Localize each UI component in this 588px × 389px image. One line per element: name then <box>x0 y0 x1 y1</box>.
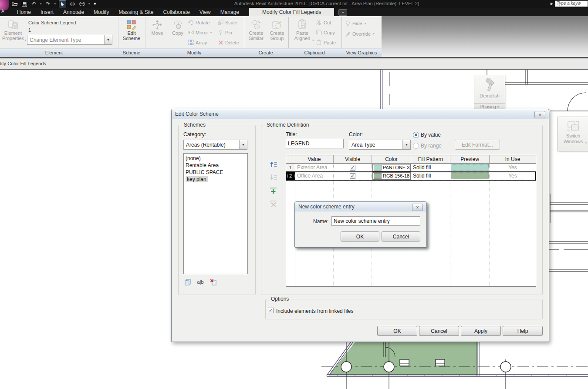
row-number[interactable]: 1 <box>286 164 295 172</box>
color-button[interactable]: PANTONE 3 <box>372 164 411 171</box>
tab-modify-color-fill-legends[interactable]: Modify Color Fill Legends <box>249 8 334 16</box>
modal-close-icon[interactable]: ✕ <box>412 204 423 211</box>
add-value-icon[interactable] <box>270 187 277 194</box>
modal-cancel-button[interactable]: Cancel <box>382 231 420 241</box>
dialog-title-bar[interactable]: Edit Color Scheme <box>172 109 549 119</box>
rotate-button[interactable]: Rotate <box>188 20 210 25</box>
paste-button[interactable]: Paste <box>316 40 336 45</box>
table-row-selected[interactable]: 2 Office Area ✓ RGB 156-185 Solid fill Y… <box>286 172 536 180</box>
3d-view-icon[interactable] <box>79 1 85 7</box>
paste-aligned-dropdown-icon[interactable]: ▾ <box>312 39 314 42</box>
change-element-type-combobox[interactable]: Change Element Type ▼ <box>27 35 112 45</box>
app-badge: A <box>1 9 4 13</box>
scale-button[interactable]: Scale <box>218 20 237 25</box>
switch-windows-button[interactable]: Switch Windows <box>558 133 588 144</box>
copy-to-clipboard-button[interactable]: Copy <box>316 30 335 35</box>
edit-scheme-button[interactable]: Edit Scheme <box>120 18 143 41</box>
tab-collaborate[interactable]: Collaborate <box>158 8 194 16</box>
scale-icon <box>218 20 223 25</box>
rename-scheme-icon[interactable]: a|b <box>196 278 204 285</box>
dialog-close-icon[interactable]: ✕ <box>534 111 545 118</box>
combo-arrow-icon: ▼ <box>104 35 112 44</box>
scheme-listbox[interactable]: (none) Rentable Area PUBLIC SPACE key pl… <box>183 153 248 274</box>
undo-dropdown-icon[interactable]: ▾ <box>40 2 42 6</box>
by-range-radio[interactable] <box>413 143 419 149</box>
tab-annotate[interactable]: Annotate <box>58 8 89 16</box>
demolish-button[interactable]: Demolish <box>480 93 500 99</box>
delete-scheme-icon[interactable] <box>210 278 217 285</box>
value-cell[interactable]: Exterior Area <box>295 164 327 171</box>
move-button[interactable]: Move <box>148 18 167 36</box>
area-plan <box>321 339 588 389</box>
edit-format-button[interactable]: Edit Format... <box>455 140 500 150</box>
mirror-icon <box>188 30 194 35</box>
tab-modify[interactable]: Modify <box>89 8 114 16</box>
grid-bubble <box>341 362 351 372</box>
value-cell[interactable]: Office Area <box>295 173 323 179</box>
element-properties-dropdown-icon[interactable]: ▾ <box>25 39 27 42</box>
array-button[interactable]: Array <box>188 40 207 45</box>
hide-dropdown-icon: ▾ <box>365 22 366 25</box>
title-input[interactable] <box>286 139 344 148</box>
orbit-icon[interactable] <box>69 1 76 7</box>
create-group-label: Create Group <box>267 30 287 41</box>
paste-aligned-button[interactable]: Paste Aligned <box>291 18 314 41</box>
element-properties-button[interactable]: Element Properties <box>1 18 25 41</box>
color-button[interactable]: RGB 156-185 <box>372 172 411 180</box>
save-icon[interactable] <box>21 1 27 7</box>
cancel-button[interactable]: Cancel <box>419 326 459 336</box>
visible-checkbox[interactable]: ✓ <box>350 165 355 171</box>
scheme-item-public-space[interactable]: PUBLIC SPACE <box>184 169 247 176</box>
tab-insert[interactable]: Insert <box>36 8 58 16</box>
redo-icon[interactable]: ↷ <box>45 1 51 7</box>
tab-view[interactable]: View <box>195 8 216 16</box>
demolish-hammer-icon <box>482 78 497 93</box>
tab-manage[interactable]: Manage <box>216 8 244 16</box>
scheme-definition-group-label: Scheme Definition <box>265 122 311 128</box>
create-similar-button[interactable]: Create Similar <box>246 18 266 41</box>
override-button[interactable]: Override ▾ <box>345 31 375 37</box>
table-row[interactable]: 1 Exterior Area ✓ PANTONE 3 Solid fill Y… <box>286 164 536 172</box>
redo-dropdown-icon[interactable]: ▾ <box>54 2 56 6</box>
mirror-button[interactable]: Mirror ▾ <box>188 30 212 35</box>
quick-access-toolbar: ↶▾ ↷▾ ▾ ▼ <box>11 0 97 7</box>
ok-button[interactable]: OK <box>377 326 417 336</box>
open-icon[interactable] <box>11 1 18 7</box>
modal-title-bar[interactable]: New color scheme entry <box>295 202 426 212</box>
3d-dropdown-icon[interactable]: ▾ <box>88 2 90 6</box>
modify-pointer-icon[interactable] <box>59 0 66 7</box>
copy-button[interactable]: Copy <box>168 18 187 36</box>
apply-button[interactable]: Apply <box>461 326 501 336</box>
help-button[interactable]: Help <box>503 326 543 336</box>
modal-ok-button[interactable]: OK <box>341 231 379 241</box>
category-combobox[interactable]: Areas (Rentable) ▼ <box>183 140 247 150</box>
create-group-button[interactable]: Create Group <box>267 18 287 41</box>
fill-pattern-cell[interactable]: Solid fill <box>411 164 431 171</box>
duplicate-scheme-icon[interactable] <box>184 278 192 285</box>
remove-value-icon[interactable] <box>270 200 277 207</box>
delete-button[interactable]: Delete <box>218 40 239 45</box>
row-number[interactable]: 2 <box>286 172 295 180</box>
scheme-item-none[interactable]: (none) <box>184 155 247 162</box>
rotate-icon <box>188 20 194 25</box>
infocenter-arrow-icon[interactable]: ▶ <box>551 2 553 6</box>
fill-pattern-cell[interactable]: Solid fill <box>411 173 431 179</box>
tab-home[interactable]: Home <box>12 8 36 16</box>
by-value-radio[interactable] <box>413 132 419 138</box>
move-row-up-icon[interactable] <box>270 161 277 168</box>
include-linked-checkbox[interactable]: ✓ <box>268 308 274 313</box>
color-parameter-combobox[interactable]: Area Type ▼ <box>349 140 411 150</box>
name-input[interactable] <box>331 216 420 226</box>
ribbon-state-dropdown-icon[interactable]: ▼ <box>338 9 347 16</box>
search-input[interactable]: Type a keyw <box>555 0 588 7</box>
cut-button[interactable]: Cut <box>316 20 331 25</box>
qat-customize-icon[interactable]: ▼ <box>93 2 97 6</box>
undo-icon[interactable]: ↶ <box>30 1 37 7</box>
move-row-down-icon[interactable] <box>270 174 277 181</box>
pin-button[interactable]: Pin <box>218 30 232 35</box>
array-icon <box>188 40 194 45</box>
hide-button[interactable]: Hide ▾ <box>345 20 366 26</box>
visible-checkbox[interactable]: ✓ <box>350 173 355 179</box>
scheme-item-rentable-area[interactable]: Rentable Area <box>184 162 247 169</box>
tab-massing-site[interactable]: Massing & Site <box>114 8 158 16</box>
